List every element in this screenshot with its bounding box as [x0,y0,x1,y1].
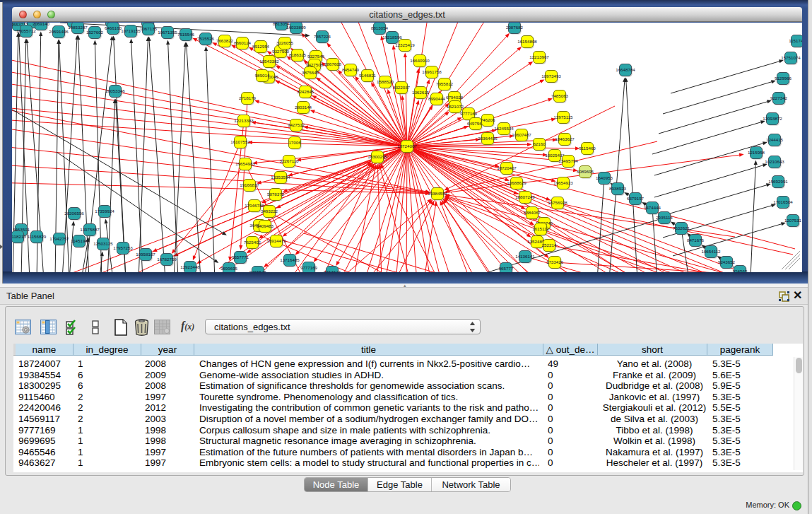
svg-text:2087682: 2087682 [506,25,524,30]
svg-text:8660124: 8660124 [234,40,252,45]
svg-text:3493222: 3493222 [261,209,278,214]
svg-text:9327546: 9327546 [307,54,325,59]
svg-text:7663822: 7663822 [216,38,234,43]
svg-text:9657771: 9657771 [232,255,249,259]
svg-text:10671355: 10671355 [158,30,177,35]
svg-text:7357224: 7357224 [314,34,331,39]
svg-text:1151742: 1151742 [789,38,802,43]
svg-text:9129966: 9129966 [775,76,792,81]
svg-text:1215958: 1215958 [748,150,765,155]
svg-text:18300295: 18300295 [367,154,387,159]
svg-text:12503125: 12503125 [93,241,113,246]
svg-text:12093872: 12093872 [763,116,782,121]
svg-text:1145194: 1145194 [71,238,88,243]
svg-text:62160: 62160 [533,141,546,146]
svg-text:16154808: 16154808 [517,39,537,44]
svg-text:1207531: 1207531 [784,218,802,223]
svg-text:9243652: 9243652 [718,259,736,264]
svg-text:16961758: 16961758 [422,69,442,74]
svg-text:2803144: 2803144 [295,105,312,110]
svg-text:9465546: 9465546 [249,269,267,272]
svg-text:15756928: 15756928 [548,200,567,205]
svg-text:7515546: 7515546 [177,32,195,37]
svg-text:10654112: 10654112 [701,249,721,254]
svg-text:6379197: 6379197 [627,196,645,201]
svg-text:9474444: 9474444 [644,205,661,210]
svg-text:9146821: 9146821 [359,73,377,78]
svg-text:17359924: 17359924 [95,209,114,214]
svg-text:10607487: 10607487 [512,132,531,137]
svg-text:10853287: 10853287 [68,25,88,30]
svg-text:9463627: 9463627 [324,269,341,272]
svg-text:2718179: 2718179 [239,95,257,100]
svg-text:13353594: 13353594 [271,175,290,180]
svg-text:989014: 989014 [255,73,270,78]
svg-text:1588520: 1588520 [377,79,394,84]
svg-text:1733426: 1733426 [546,259,564,264]
svg-text:9115460: 9115460 [579,146,596,151]
svg-text:11156829: 11156829 [28,234,47,239]
svg-text:2069140: 2069140 [33,23,50,26]
svg-text:9118213: 9118213 [12,234,26,239]
svg-text:19218596: 19218596 [382,35,402,40]
svg-text:12213967: 12213967 [529,54,549,59]
svg-text:19384554: 19384554 [428,191,447,196]
svg-text:12975115: 12975115 [553,115,573,119]
svg-text:8813054: 8813054 [371,25,389,30]
svg-text:16782759: 16782759 [157,257,177,262]
svg-text:20691406: 20691406 [49,29,69,34]
svg-text:9427512: 9427512 [288,122,305,127]
svg-text:9699695: 9699695 [220,266,238,271]
svg-text:19166837: 19166837 [240,182,259,187]
svg-text:10719155: 10719155 [121,28,141,33]
svg-text:10543382: 10543382 [259,59,279,64]
svg-text:13716485: 13716485 [280,257,300,262]
svg-text:7515526: 7515526 [197,36,215,41]
svg-text:746206: 746206 [481,117,495,122]
svg-text:18463627: 18463627 [555,136,575,141]
svg-text:18055712: 18055712 [16,28,36,33]
svg-text:16640910: 16640910 [410,58,430,63]
svg-text:16033809: 16033809 [286,25,306,30]
svg-text:3875645: 3875645 [302,70,319,75]
svg-text:16107552: 16107552 [230,139,250,144]
svg-text:252214: 252214 [542,243,557,247]
svg-text:20206556: 20206556 [64,211,84,216]
svg-text:8471676: 8471676 [687,238,705,243]
svg-text:1244415: 1244415 [766,137,784,142]
svg-text:8186325: 8186325 [289,52,307,57]
svg-text:8322037: 8322037 [393,85,411,90]
svg-text:7485063: 7485063 [551,93,569,98]
svg-text:16648784: 16648784 [616,67,635,72]
svg-text:9227342: 9227342 [770,95,788,100]
svg-text:6794028: 6794028 [446,95,464,100]
svg-text:8938923: 8938923 [609,186,627,191]
svg-text:32267110: 32267110 [279,158,299,163]
svg-text:15692991: 15692991 [768,179,788,184]
svg-text:20364436: 20364436 [478,136,498,141]
svg-text:9427508: 9427508 [306,62,324,67]
svg-text:17046786: 17046786 [245,203,264,208]
svg-text:19654983: 19654983 [235,161,255,166]
svg-text:14136141: 14136141 [515,254,535,259]
svg-text:13495794: 13495794 [558,158,578,163]
svg-text:10025433: 10025433 [545,153,565,158]
svg-text:10973493: 10973493 [541,74,561,78]
svg-text:924565: 924565 [733,269,748,272]
svg-text:17942757: 17942757 [49,236,69,241]
svg-text:17016504: 17016504 [773,199,793,204]
svg-text:965777: 965777 [499,266,514,271]
svg-text:8990444: 8990444 [428,96,446,101]
svg-text:16914479: 16914479 [266,238,286,243]
svg-text:12923448: 12923448 [180,264,200,269]
svg-text:2867608: 2867608 [324,62,342,66]
svg-text:1621072: 1621072 [447,104,464,109]
svg-text:18724007: 18724007 [397,144,417,148]
svg-text:8912954: 8912954 [252,44,270,49]
svg-text:17006: 17006 [288,140,301,145]
svg-text:3242845: 3242845 [297,89,314,94]
svg-text:18720407: 18720407 [497,165,517,170]
svg-text:5878372: 5878372 [267,192,285,197]
svg-text:3409483: 3409483 [257,223,274,228]
svg-text:8454749: 8454749 [342,67,360,72]
